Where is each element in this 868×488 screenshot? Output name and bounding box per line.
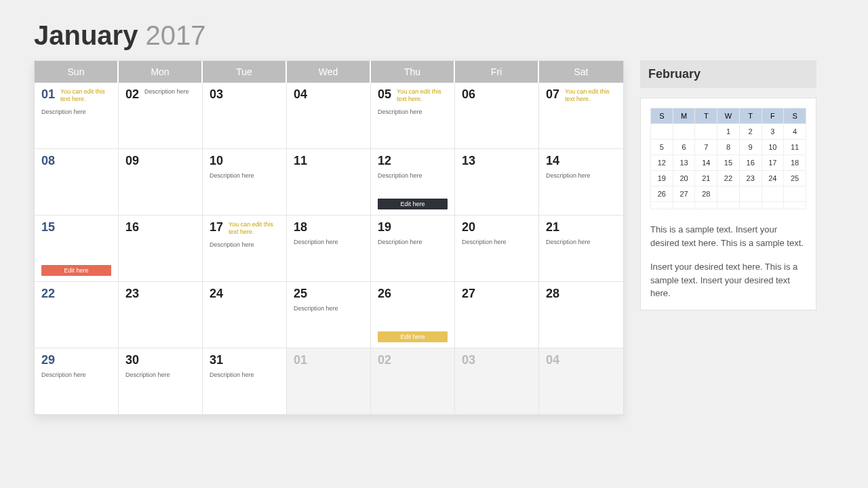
sidebar: February SMTWTFS123456789101112131415161… <box>640 60 816 310</box>
mini-day-cell: 7 <box>695 140 717 155</box>
mini-day-cell: 20 <box>673 171 695 186</box>
calendar-cell[interactable]: 30Description here <box>119 348 203 415</box>
day-number: 13 <box>462 155 475 167</box>
day-number: 16 <box>125 221 139 233</box>
cell-description: Description here <box>294 239 363 245</box>
calendar-cell[interactable]: 22 <box>35 282 119 348</box>
cell-description: Description here <box>41 108 111 115</box>
cell-description: Description here <box>210 371 279 378</box>
calendar-cell[interactable]: 02Description here <box>119 83 203 149</box>
mini-day-cell: 6 <box>673 140 695 155</box>
day-number: 21 <box>546 221 559 233</box>
day-number: 12 <box>378 155 391 167</box>
day-number: 05 <box>378 88 391 100</box>
calendar-cell[interactable]: 10Description here <box>203 149 287 216</box>
mini-day-cell: 4 <box>784 124 806 140</box>
calendar-cell[interactable]: 04 <box>539 348 623 415</box>
cell-description: Description here <box>378 108 448 115</box>
day-number: 11 <box>294 155 307 167</box>
calendar-cell[interactable]: 06 <box>455 83 539 149</box>
mini-day-cell: 18 <box>784 155 806 171</box>
calendar-cell[interactable]: 23 <box>119 282 203 348</box>
event-badge[interactable]: Edit here <box>378 331 448 342</box>
mini-day-cell: 15 <box>717 155 740 171</box>
cell-description: Description here <box>546 239 616 245</box>
mini-day-cell: 25 <box>784 171 806 186</box>
mini-calendar: SMTWTFS123456789101112131415161718192021… <box>650 108 806 209</box>
calendar-cell[interactable]: 01You can edit this text here.Descriptio… <box>35 83 119 149</box>
day-number: 29 <box>41 354 55 366</box>
calendar-cell[interactable]: 16 <box>119 216 203 282</box>
mini-weekday-header: F <box>762 108 784 124</box>
calendar-cell[interactable]: 17You can edit this text here.Descriptio… <box>203 216 287 282</box>
mini-day-cell: 2 <box>739 124 762 140</box>
day-number: 18 <box>294 221 307 233</box>
weekday-header: Fri <box>455 61 539 83</box>
cell-description: Description here <box>294 305 363 312</box>
day-number: 23 <box>125 287 139 300</box>
cell-description: Description here <box>125 371 195 378</box>
calendar-cell[interactable]: 01 <box>287 348 371 415</box>
calendar-cell[interactable]: 28 <box>539 282 623 348</box>
calendar-cell[interactable]: 07You can edit this text here. <box>539 83 623 149</box>
mini-day-cell: 22 <box>717 171 740 186</box>
cell-description: Description here <box>546 172 616 179</box>
cell-description: Description here <box>41 371 111 378</box>
weekday-header: Tue <box>203 61 287 83</box>
calendar-cell[interactable]: 19Description here <box>371 216 455 282</box>
day-number: 03 <box>210 88 223 100</box>
main-calendar: SunMonTueWedThuFriSat 01You can edit thi… <box>34 60 624 415</box>
calendar-cell[interactable]: 11 <box>287 149 371 216</box>
calendar-cell[interactable]: 18Description here <box>287 216 371 282</box>
mini-day-cell <box>762 202 784 209</box>
calendar-cell[interactable]: 15Edit here <box>35 216 119 282</box>
calendar-cell[interactable]: 03 <box>455 348 539 415</box>
mini-day-cell <box>739 202 762 209</box>
weekday-header: Thu <box>371 61 455 83</box>
title-month: January <box>34 20 138 50</box>
event-badge[interactable]: Edit here <box>378 199 448 209</box>
mini-weekday-header: S <box>784 108 806 124</box>
mini-day-cell <box>784 202 806 209</box>
weekday-header: Sat <box>539 61 623 83</box>
calendar-cell[interactable]: 02 <box>371 348 455 415</box>
mini-weekday-header: T <box>695 108 717 124</box>
calendar-cell[interactable]: 25Description here <box>287 282 371 348</box>
day-number: 17 <box>210 221 223 233</box>
calendar-cell[interactable]: 20Description here <box>455 216 539 282</box>
calendar-cell[interactable]: 08 <box>35 149 119 216</box>
calendar-cell[interactable]: 21Description here <box>539 216 623 282</box>
day-number: 14 <box>546 155 559 167</box>
calendar-cell[interactable]: 12Description hereEdit here <box>371 149 455 216</box>
calendar-cell[interactable]: 13 <box>455 149 539 216</box>
calendar-cell[interactable]: 24 <box>203 282 287 348</box>
calendar-cell[interactable]: 09 <box>119 149 203 216</box>
mini-day-cell <box>717 202 740 209</box>
day-number: 04 <box>546 354 559 366</box>
day-number: 01 <box>41 88 55 100</box>
event-badge[interactable]: Edit here <box>41 265 111 276</box>
day-number: 26 <box>378 287 391 300</box>
calendar-cell[interactable]: 31Description here <box>203 348 287 415</box>
calendar-cell[interactable]: 05You can edit this text here.Descriptio… <box>371 83 455 149</box>
calendar-cell[interactable]: 03 <box>203 83 287 149</box>
mini-day-cell <box>651 124 673 140</box>
calendar-cell[interactable]: 29Description here <box>35 348 119 415</box>
cell-description: Description here <box>462 239 532 245</box>
calendar-cell[interactable]: 26Edit here <box>371 282 455 348</box>
day-number: 06 <box>462 88 475 100</box>
calendar-cell[interactable]: 04 <box>287 83 371 149</box>
calendar-cell[interactable]: 27 <box>455 282 539 348</box>
weekday-header: Sun <box>35 61 119 83</box>
sidebar-box: SMTWTFS123456789101112131415161718192021… <box>640 98 816 310</box>
day-number: 08 <box>41 155 55 167</box>
mini-day-cell: 9 <box>739 140 762 155</box>
mini-day-cell <box>695 202 717 209</box>
mini-day-cell <box>784 186 806 202</box>
day-number: 02 <box>378 354 391 366</box>
day-number: 15 <box>41 221 55 233</box>
calendar-cell[interactable]: 14Description here <box>539 149 623 216</box>
mini-day-cell: 27 <box>673 186 695 202</box>
mini-day-cell: 11 <box>784 140 806 155</box>
sidebar-para-1: This is a sample text. Insert your desir… <box>650 223 806 249</box>
